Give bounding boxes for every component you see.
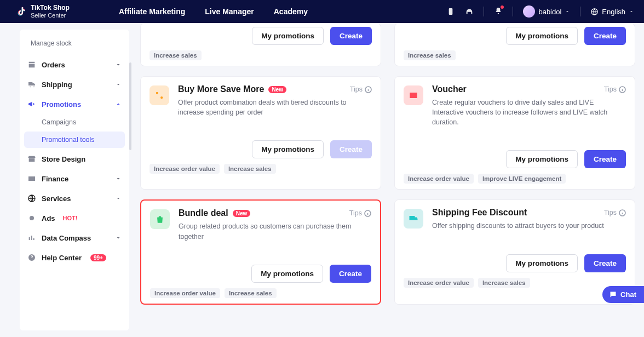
my-promotions-button[interactable]: My promotions (252, 27, 324, 45)
brand-line2: Seller Center (31, 12, 70, 19)
sidebar-sub-promotional-tools[interactable]: Promotional tools (24, 132, 125, 148)
chat-icon (609, 290, 617, 299)
tips-link[interactable]: Tips (349, 209, 371, 217)
tag: Increase sales (404, 50, 456, 60)
sidebar-scrollbar[interactable] (129, 62, 131, 150)
sidebar-item-services[interactable]: Services (20, 189, 129, 208)
card-description: Group related products so customers can … (179, 221, 371, 241)
info-icon (619, 86, 626, 93)
headset-icon[interactable] (465, 7, 474, 16)
my-promotions-button[interactable]: My promotions (506, 254, 578, 272)
tips-label: Tips (604, 85, 617, 93)
sidebar-item-ads[interactable]: Ads HOT! (20, 208, 129, 228)
my-promotions-button[interactable]: My promotions (506, 150, 578, 168)
user-menu[interactable]: babidol (523, 5, 570, 18)
card-title: Buy More Save More (178, 84, 264, 94)
sidebar-item-help-center[interactable]: Help Center 99+ (20, 248, 129, 267)
tag: Improve LIVE engagement (478, 174, 566, 184)
create-button[interactable]: Create (330, 27, 372, 45)
create-button[interactable]: Create (584, 150, 626, 168)
tag: Increase sales (478, 278, 530, 288)
tag: Increase order value (404, 174, 474, 184)
sidebar-item-promotions[interactable]: Promotions (20, 94, 129, 114)
avatar (523, 5, 535, 18)
tips-link[interactable]: Tips (604, 209, 626, 216)
info-icon (365, 86, 372, 93)
info-icon (619, 209, 626, 216)
separator (484, 7, 484, 16)
sidebar-item-label: Ads (42, 214, 55, 222)
sidebar-item-finance[interactable]: Finance (20, 169, 129, 189)
phone-icon[interactable] (446, 7, 455, 16)
chevron-down-icon (115, 175, 122, 182)
my-promotions-button[interactable]: My promotions (506, 27, 578, 45)
info-icon (364, 210, 371, 217)
megaphone-icon (27, 100, 36, 108)
new-badge: New (233, 210, 251, 217)
sidebar-item-store-design[interactable]: Store Design (20, 149, 129, 169)
language-menu[interactable]: English (590, 8, 634, 16)
brand-text: TikTok Shop Seller Center (31, 4, 70, 19)
bag-icon (150, 209, 170, 229)
sidebar-item-label: Services (42, 195, 71, 203)
chevron-down-icon (629, 9, 634, 14)
tag: Increase order value (404, 278, 474, 288)
sidebar-item-label: Shipping (42, 81, 72, 89)
brand-line1: TikTok Shop (31, 4, 70, 12)
tag: Increase sales (150, 50, 202, 60)
chat-label: Chat (620, 290, 636, 299)
tips-link[interactable]: Tips (350, 85, 372, 93)
brand[interactable]: TikTok Shop Seller Center (15, 4, 70, 19)
sidebar: Manage stock Orders Shipping Promotions … (20, 30, 129, 330)
sidebar-item-label: Help Center (42, 254, 82, 262)
tag: Increase order value (150, 164, 220, 174)
chevron-up-icon (115, 101, 122, 107)
hot-badge: HOT! (63, 215, 78, 221)
nav-live-manager[interactable]: Live Manager (205, 7, 254, 16)
tips-link[interactable]: Tips (604, 85, 626, 93)
sidebar-item-orders[interactable]: Orders (20, 55, 129, 75)
card-title: Bundle deal (179, 208, 228, 218)
card-description: Offer shipping discounts to attract buye… (432, 221, 626, 231)
sidebar-sub-campaigns[interactable]: Campaigns (20, 114, 129, 130)
my-promotions-button[interactable]: My promotions (252, 140, 324, 158)
sidebar-item-label: Data Compass (42, 234, 91, 242)
create-button[interactable]: Create (330, 140, 372, 158)
sidebar-top-label[interactable]: Manage stock (20, 39, 129, 55)
globe-icon (590, 8, 599, 16)
main-content: My promotions Create Increase sales My p… (129, 23, 644, 337)
top-nav: Affiliate Marketing Live Manager Academy (119, 7, 308, 16)
chevron-down-icon (115, 81, 122, 88)
chevron-down-icon (115, 235, 122, 241)
sidebar-item-label: Store Design (42, 155, 85, 163)
card-stub-left: My promotions Create Increase sales (140, 23, 381, 66)
create-button[interactable]: Create (584, 254, 626, 272)
dot-icon (27, 214, 36, 222)
card-description: Offer product combination deals with tie… (178, 98, 372, 117)
tips-label: Tips (350, 85, 363, 93)
sidebar-item-shipping[interactable]: Shipping (20, 75, 129, 94)
card-shipping-fee-discount: Shipping Fee Discount Tips Offer shippin… (394, 199, 635, 304)
nav-affiliate-marketing[interactable]: Affiliate Marketing (119, 7, 185, 16)
sidebar-item-data-compass[interactable]: Data Compass (20, 228, 129, 248)
card-title: Shipping Fee Discount (432, 208, 527, 218)
nav-academy[interactable]: Academy (274, 7, 308, 16)
bars-icon (27, 233, 36, 242)
topbar: TikTok Shop Seller Center Affiliate Mark… (0, 0, 644, 23)
create-button[interactable]: Create (584, 27, 626, 45)
orders-icon (27, 60, 36, 69)
truck-icon (27, 80, 36, 89)
help-icon (27, 253, 36, 262)
notifications-button[interactable] (494, 7, 503, 17)
my-promotions-button[interactable]: My promotions (251, 265, 323, 283)
notification-dot (501, 5, 504, 9)
create-button[interactable]: Create (330, 265, 371, 283)
chevron-down-icon (565, 9, 570, 14)
chat-button[interactable]: Chat (602, 286, 644, 303)
top-right: babidol English (446, 5, 634, 18)
store-icon (27, 155, 36, 163)
language-label: English (602, 8, 625, 16)
card-buy-more-save-more: Buy More Save More New Tips Offer produc… (140, 76, 381, 190)
sidebar-item-label: Promotions (42, 100, 81, 108)
card-bundle-deal: Bundle deal New Tips Group related produ… (140, 199, 381, 304)
